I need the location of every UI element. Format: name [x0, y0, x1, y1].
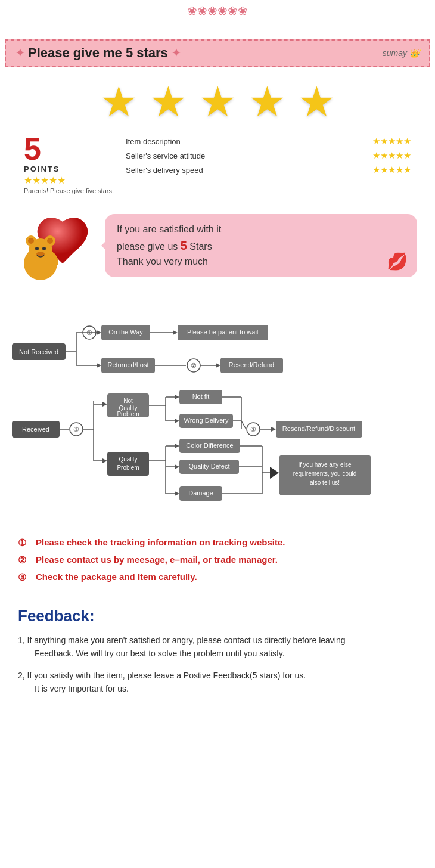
- lips-icon: 💋: [387, 252, 408, 271]
- star-5: ★: [298, 81, 335, 123]
- star-4: ★: [248, 81, 286, 123]
- instruction-3: ③ Check the package and Item carefully.: [18, 572, 423, 583]
- svg-text:Not fit: Not fit: [192, 393, 210, 400]
- svg-text:Received: Received: [22, 426, 49, 433]
- svg-marker-68: [102, 458, 107, 463]
- svg-text:Wrong Delivery: Wrong Delivery: [184, 417, 229, 424]
- points-section: 5 POINTS ★★★★★ Parents! Please give five…: [0, 129, 435, 204]
- flowchart-section: Not Received ① On the Way Please be pati…: [0, 291, 435, 531]
- satisfaction-line2b: Stars: [187, 241, 212, 252]
- points-caption: Parents! Please give five stars.: [24, 187, 114, 194]
- rating-label-1: Item description: [126, 137, 221, 146]
- svg-text:Not: Not: [123, 398, 133, 404]
- instruction-2: ② Please contact us by meesage, e–mail, …: [18, 554, 423, 566]
- svg-marker-31: [216, 363, 220, 368]
- feedback-text-2: 2, If you satisfy with the item, please …: [18, 669, 417, 682]
- rating-row-3: Seller's delivery speed ★★★★★: [126, 165, 411, 175]
- satisfaction-line3: Thank you very much: [117, 256, 208, 266]
- svg-text:Damage: Damage: [188, 489, 213, 497]
- svg-text:Problem: Problem: [117, 464, 139, 471]
- feedback-indent-1: Feedback. We will try our best to solve …: [18, 647, 417, 660]
- svg-marker-50: [175, 395, 179, 399]
- rating-stars-2: ★★★★★: [372, 150, 411, 161]
- mascot-illustration: [18, 210, 95, 281]
- svg-marker-26: [97, 363, 101, 368]
- not-received-label: Not Received: [19, 348, 58, 355]
- stars-row: ★ ★ ★ ★ ★: [0, 67, 435, 129]
- svg-text:Quality: Quality: [119, 456, 137, 463]
- satisfaction-section: If you are satisfied with it please give…: [0, 204, 435, 291]
- svg-text:If you have any else: If you have any else: [299, 461, 352, 468]
- rating-stars-1: ★★★★★: [372, 136, 411, 147]
- inst-num-1: ①: [18, 537, 31, 548]
- header-title-text: Please give me 5 stars: [28, 45, 168, 61]
- svg-marker-91: [270, 467, 279, 479]
- svg-marker-20: [173, 330, 178, 335]
- svg-marker-75: [175, 444, 179, 448]
- svg-text:Resend/Refund: Resend/Refund: [229, 361, 274, 368]
- points-label: POINTS: [24, 165, 60, 173]
- star-deco-right: ✦: [172, 46, 181, 60]
- rating-row-2: Seller's service attitude ★★★★★: [126, 150, 411, 161]
- inst-num-2: ②: [18, 554, 31, 566]
- svg-point-5: [47, 238, 53, 244]
- points-left: 5 POINTS ★★★★★ Parents! Please give five…: [24, 134, 114, 194]
- svg-text:Resend/Refund/Discount: Resend/Refund/Discount: [282, 425, 355, 432]
- svg-text:②: ②: [191, 362, 197, 369]
- star-deco-left: ✦: [15, 46, 24, 60]
- instruction-1: ① Please check the tracking information …: [18, 537, 423, 548]
- svg-marker-60: [271, 427, 276, 432]
- satisfaction-five: 5: [181, 239, 187, 252]
- header-brand: sumay 👑: [383, 48, 420, 58]
- svg-marker-79: [175, 464, 179, 469]
- svg-text:Problem: Problem: [117, 411, 139, 417]
- speech-bubble: If you are satisfied with it please give…: [105, 214, 417, 277]
- svg-text:Color Difference: Color Difference: [186, 442, 233, 449]
- points-number: 5: [24, 134, 41, 165]
- svg-line-66: [241, 421, 246, 429]
- svg-marker-16: [97, 330, 101, 335]
- feedback-item-2: 2, If you satisfy with the item, please …: [18, 669, 417, 696]
- svg-point-6: [35, 247, 39, 250]
- instructions-section: ① Please check the tracking information …: [0, 531, 435, 595]
- header-decoration: ❀❀❀❀❀❀: [0, 0, 435, 18]
- rating-label-3: Seller's delivery speed: [126, 166, 221, 175]
- feedback-indent-2: It is very Important for us.: [18, 682, 417, 695]
- satisfaction-line1: If you are satisfied with it: [117, 224, 221, 234]
- header-title: ✦ Please give me 5 stars ✦: [15, 45, 181, 61]
- star-2: ★: [150, 81, 187, 123]
- svg-text:Returned/Lost: Returned/Lost: [107, 361, 148, 368]
- feedback-title: Feedback:: [18, 607, 417, 625]
- svg-text:②: ②: [250, 426, 256, 433]
- svg-text:Quality Defect: Quality Defect: [188, 463, 229, 470]
- svg-point-3: [28, 238, 34, 244]
- inst-text-1: Please check the tracking information on…: [36, 537, 285, 547]
- svg-text:also tell us!: also tell us!: [310, 479, 340, 486]
- svg-rect-69: [107, 452, 149, 476]
- feedback-item-1: 1, If anything make you aren't satisfied…: [18, 634, 417, 661]
- svg-text:③: ③: [73, 426, 79, 433]
- crown-icon: 👑: [409, 48, 420, 58]
- rating-stars-3: ★★★★★: [372, 165, 411, 175]
- svg-text:Please be patient to wait: Please be patient to wait: [187, 328, 259, 336]
- inst-text-3: Check the package and Item carefully.: [36, 572, 197, 582]
- star-3: ★: [199, 81, 237, 123]
- star-1: ★: [100, 81, 138, 123]
- svg-point-7: [42, 247, 46, 250]
- speech-text: If you are satisfied with it please give…: [117, 222, 405, 269]
- svg-text:On the Way: On the Way: [108, 328, 143, 336]
- feedback-section: Feedback: 1, If anything make you aren't…: [0, 595, 435, 722]
- svg-text:requirements, you could: requirements, you could: [293, 470, 357, 477]
- feedback-text-1: 1, If anything make you aren't satisfied…: [18, 634, 417, 647]
- brand-name: sumay: [383, 48, 407, 58]
- rating-row-1: Item description ★★★★★: [126, 136, 411, 147]
- inst-text-2: Please contact us by meesage, e–mail, or…: [36, 554, 278, 565]
- mascot-svg: [18, 210, 95, 281]
- points-stars-icons: ★★★★★: [24, 175, 66, 186]
- inst-num-3: ③: [18, 572, 31, 583]
- flowchart-svg: Not Received ① On the Way Please be pati…: [6, 297, 429, 523]
- rating-label-2: Seller's service attitude: [126, 151, 221, 160]
- svg-marker-54: [175, 418, 179, 423]
- header-bar: ✦ Please give me 5 stars ✦ sumay 👑: [5, 39, 430, 67]
- satisfaction-line2: please give us: [117, 241, 181, 252]
